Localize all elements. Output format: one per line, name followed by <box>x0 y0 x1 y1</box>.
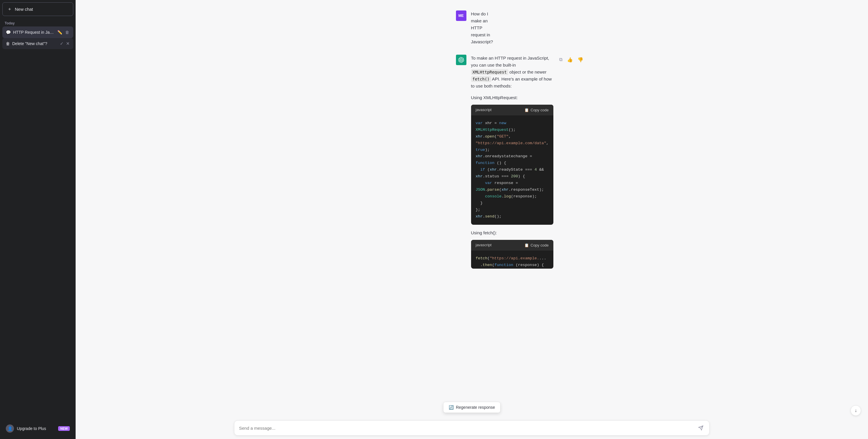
regenerate-label: Regenerate response <box>456 405 495 410</box>
chat-area: ME How do I make an HTTP request in Java… <box>75 0 868 439</box>
send-button[interactable] <box>697 424 705 432</box>
copy-icon-fetch: 📋 <box>524 243 529 247</box>
chat-item-text: HTTP Request in JavaS <box>13 30 54 35</box>
confirm-delete-button[interactable]: ✓ <box>60 41 64 46</box>
upgrade-button[interactable]: 👤 Upgrade to Plus NEW <box>2 421 73 436</box>
copy-code-xhr-button[interactable]: 📋 Copy code <box>524 108 549 112</box>
assistant-message-row: To make an HTTP request in JavaScript, y… <box>298 50 646 277</box>
copy-code-label: Copy code <box>531 108 549 112</box>
code-block-fetch-body: fetch("https://api.example.... .then(fun… <box>471 251 553 269</box>
assistant-message-content: To make an HTTP request in JavaScript, y… <box>471 55 553 272</box>
code-line-2: xhr.open("GET", "https://api.example.com… <box>476 133 549 154</box>
trash-icon-small: 🗑 <box>6 41 10 46</box>
code-line-1: var xhr = new XMLHttpRequest(); <box>476 120 549 133</box>
language-label-xhr: javascript <box>476 107 492 113</box>
scroll-down-button[interactable]: ↓ <box>850 405 861 416</box>
new-chat-label: New chat <box>15 7 33 12</box>
copy-code-fetch-button[interactable]: 📋 Copy code <box>524 243 549 247</box>
new-chat-button[interactable]: ＋ New chat <box>2 2 73 16</box>
input-area <box>75 417 868 439</box>
code-block-xhr: javascript 📋 Copy code var xhr = new XML… <box>471 105 553 225</box>
code-block-xhr-body: var xhr = new XMLHttpRequest(); xhr.open… <box>471 116 553 225</box>
chat-item-actions: ✏️ 🗑 <box>57 29 70 35</box>
code-line-4: if (xhr.readyState === 4 && xhr.status =… <box>476 166 549 180</box>
code-block-fetch: javascript 📋 Copy code fetch("https://ap… <box>471 240 553 269</box>
section-label-fetch: Using fetch(): <box>471 229 553 237</box>
user-message-text: How do I make an HTTP request in Javascr… <box>471 11 493 44</box>
code-line-5: var response = JSON.parse(xhr.responseTe… <box>476 180 549 193</box>
regenerate-popup[interactable]: 🔄 Regenerate response <box>443 402 501 413</box>
user-message-row: ME How do I make an HTTP request in Java… <box>298 6 646 50</box>
chat-bubble-icon: 💬 <box>6 30 11 35</box>
assistant-intro-text: To make an HTTP request in JavaScript, y… <box>471 55 553 90</box>
code-block-fetch-header: javascript 📋 Copy code <box>471 240 553 251</box>
gpt-avatar <box>456 55 466 65</box>
thumbs-up-button[interactable]: 👍 <box>566 56 574 64</box>
language-label-fetch: javascript <box>476 242 492 248</box>
delete-confirm-row: 🗑 Delete "New chat"? ✓ ✕ <box>2 38 73 49</box>
gpt-logo-icon <box>458 57 464 63</box>
main-content: ME How do I make an HTTP request in Java… <box>75 0 868 439</box>
plus-icon: ＋ <box>7 6 12 12</box>
copy-icon: 📋 <box>524 108 529 112</box>
send-icon <box>698 425 704 431</box>
user-message-content: How do I make an HTTP request in Javascr… <box>471 10 493 45</box>
message-input-box <box>234 420 710 436</box>
chat-item-http[interactable]: 💬 HTTP Request in JavaS ✏️ 🗑 <box>2 27 73 38</box>
delete-chat-button[interactable]: 🗑 <box>65 29 70 35</box>
thumbs-down-button[interactable]: 👎 <box>576 56 585 64</box>
code-line-6: console.log(response); <box>476 193 549 200</box>
today-label: Today <box>2 20 73 27</box>
inline-code-fetch: fetch() <box>471 76 491 82</box>
sidebar: ＋ New chat Today 💬 HTTP Request in JavaS… <box>0 0 75 439</box>
sidebar-bottom: 👤 Upgrade to Plus NEW <box>2 419 73 437</box>
fetch-line-1: fetch("https://api.example.... <box>476 255 549 262</box>
code-line-9: xhr.send(); <box>476 213 549 220</box>
inline-code-xhr: XMLHttpRequest <box>471 69 508 75</box>
cancel-delete-button[interactable]: ✕ <box>66 41 70 46</box>
delete-confirm-actions: ✓ ✕ <box>60 41 70 46</box>
code-block-xhr-header: javascript 📋 Copy code <box>471 105 553 116</box>
copy-message-button[interactable]: ⧉ <box>558 56 563 63</box>
user-avatar-icon: 👤 <box>6 425 14 433</box>
delete-confirm-text: Delete "New chat"? <box>12 41 58 46</box>
regenerate-icon: 🔄 <box>449 405 454 410</box>
upgrade-label: Upgrade to Plus <box>17 426 46 431</box>
section-label-xhr: Using XMLHttpRequest: <box>471 94 553 101</box>
message-input[interactable] <box>239 426 695 431</box>
code-line-3: xhr.onreadystatechange = function () { <box>476 153 549 166</box>
code-line-8: }; <box>476 207 549 213</box>
user-avatar: ME <box>456 10 466 21</box>
rename-chat-button[interactable]: ✏️ <box>57 29 63 35</box>
code-line-7: } <box>476 200 549 207</box>
fetch-line-2: .then(function (response) { <box>476 262 549 269</box>
message-action-buttons: ⧉ 👍 👎 <box>558 55 585 64</box>
copy-code-label-fetch: Copy code <box>531 243 549 247</box>
new-badge: NEW <box>58 426 70 431</box>
